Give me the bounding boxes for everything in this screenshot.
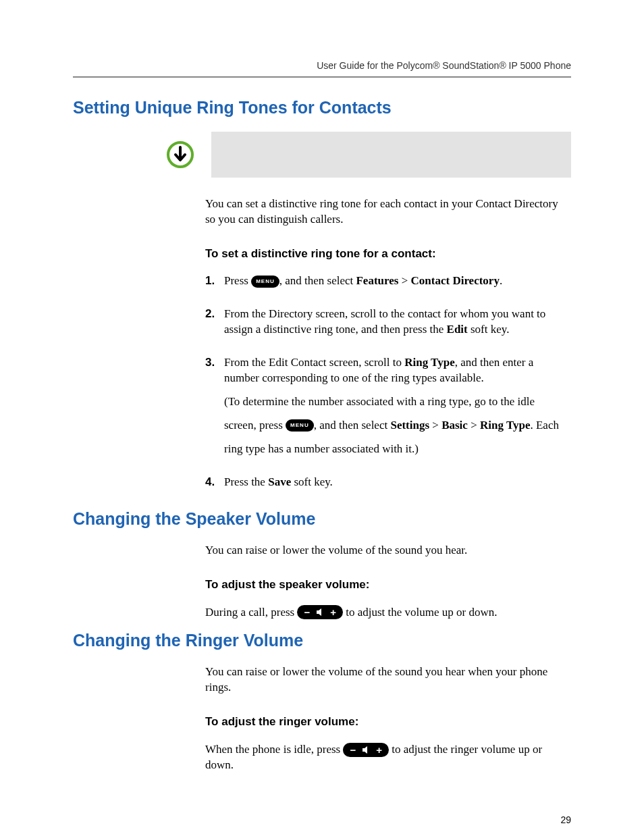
bold-text: Save — [268, 475, 291, 488]
heading-ringer-volume: Changing the Ringer Volume — [73, 629, 571, 652]
note-row — [73, 132, 571, 178]
step-number: 2. — [205, 307, 224, 346]
text-fragment: , and then select — [279, 274, 356, 287]
text-fragment: , and then select — [314, 419, 391, 432]
volume-button-icon: − + — [343, 743, 389, 757]
text-fragment: soft key. — [468, 323, 510, 336]
step-number: 1. — [205, 273, 224, 297]
section1-intro: You can set a distinctive ring tone for … — [205, 197, 566, 228]
step3-text-b: (To determine the number associated with… — [224, 394, 566, 410]
text-fragment: . — [500, 274, 502, 287]
text-fragment: > — [468, 419, 480, 432]
note-placeholder-box — [211, 132, 571, 178]
section2-content: You can raise or lower the volume of the… — [205, 543, 566, 621]
section3-intro: You can raise or lower the volume of the… — [205, 664, 566, 696]
page-header: User Guide for the Polycom® SoundStation… — [73, 59, 571, 78]
section1-subhead: To set a distinctive ring tone for a con… — [205, 246, 566, 262]
step3-text-c: screen, press MENU, and then select Sett… — [224, 418, 566, 434]
bold-text: Ring Type — [404, 356, 454, 369]
speaker-icon — [362, 746, 370, 754]
step3-text-a: From the Edit Contact screen, scroll to … — [224, 355, 566, 386]
bold-text: Edit — [447, 323, 468, 336]
bold-text: Basic — [441, 419, 468, 432]
step3-text-d: ring type has a number associated with i… — [224, 442, 566, 457]
note-down-arrow-icon — [165, 140, 195, 170]
step4-text: Press the Save soft key. — [224, 475, 566, 490]
text-fragment: Press — [224, 274, 251, 287]
section2-body: During a call, press − + to adjust the v… — [205, 605, 566, 621]
minus-icon: − — [350, 745, 356, 755]
text-fragment: > — [398, 274, 410, 287]
heading-ring-tones: Setting Unique Ring Tones for Contacts — [73, 97, 571, 120]
step-2: 2. From the Directory screen, scroll to … — [205, 307, 566, 346]
step-4: 4. Press the Save soft key. — [205, 475, 566, 498]
bold-text: Settings — [390, 419, 429, 432]
text-fragment: screen, press — [224, 419, 286, 432]
section2-intro: You can raise or lower the volume of the… — [205, 543, 566, 558]
step-3: 3. From the Edit Contact screen, scroll … — [205, 355, 566, 465]
text-fragment: When the phone is idle, press — [205, 743, 343, 756]
bold-text: Ring Type — [480, 419, 530, 432]
step-number: 3. — [205, 355, 224, 465]
volume-button-icon: − + — [297, 605, 343, 619]
minus-icon: − — [304, 607, 310, 617]
text-fragment: soft key. — [291, 475, 333, 488]
plus-icon: + — [376, 745, 382, 755]
menu-button-icon: MENU — [251, 276, 279, 288]
text-fragment: Press the — [224, 475, 268, 488]
section1-content: You can set a distinctive ring tone for … — [205, 197, 566, 498]
steps-list: 1. Press MENU, and then select Features … — [205, 273, 566, 498]
step2-text: From the Directory screen, scroll to the… — [224, 307, 566, 338]
heading-speaker-volume: Changing the Speaker Volume — [73, 508, 571, 531]
bold-text: Features — [356, 274, 398, 287]
text-fragment: to adjust the volume up or down. — [346, 606, 497, 619]
section3-content: You can raise or lower the volume of the… — [205, 664, 566, 773]
bold-text: Contact Directory — [411, 274, 500, 287]
step-number: 4. — [205, 475, 224, 498]
text-fragment: From the Edit Contact screen, scroll to — [224, 356, 404, 369]
plus-icon: + — [330, 607, 336, 617]
section2-subhead: To adjust the speaker volume: — [205, 577, 566, 593]
speaker-icon — [316, 608, 324, 617]
page-number: 29 — [73, 814, 571, 827]
section3-body: When the phone is idle, press − + to adj… — [205, 742, 566, 773]
step-1: 1. Press MENU, and then select Features … — [205, 273, 566, 297]
text-fragment: During a call, press — [205, 606, 297, 619]
section3-subhead: To adjust the ringer volume: — [205, 714, 566, 730]
text-fragment: . Each — [530, 419, 558, 432]
note-icon-container — [73, 140, 211, 170]
menu-button-icon: MENU — [286, 419, 314, 432]
text-fragment: > — [429, 419, 441, 432]
step1-text: Press MENU, and then select Features > C… — [224, 273, 566, 289]
